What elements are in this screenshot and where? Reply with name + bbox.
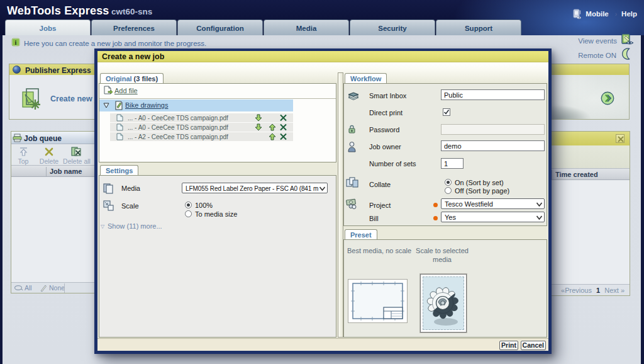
preset-scale-thumbnail[interactable] — [420, 274, 467, 333]
original-section-tab: Original (3 files) — [100, 73, 164, 84]
password-label: Password — [369, 126, 399, 134]
add-file-link[interactable]: Add file — [114, 87, 138, 94]
bill-select-value: Yes — [445, 213, 536, 221]
file-name: ... - A0 - CeeCee TDS campaign.pdf — [128, 115, 228, 122]
tab-configuration[interactable]: Configuration — [177, 20, 263, 35]
file-group-link[interactable]: Bike drawings — [125, 101, 168, 109]
expand-more-icon: ▽ — [101, 224, 104, 229]
show-more-link[interactable]: ▽ Show (11) more... — [108, 222, 162, 230]
show-more-label: Show (11) more... — [108, 222, 162, 230]
help-link[interactable]: Help — [621, 10, 637, 18]
select-none-icon[interactable] — [39, 284, 48, 292]
file-row[interactable]: ... - A2 - CeeCee TDS campaign.pdf — [110, 132, 293, 141]
tab-media[interactable]: Media — [264, 20, 349, 35]
collate-on-label: On (Sort by set) — [455, 179, 504, 186]
view-events-link[interactable]: View events — [578, 37, 617, 45]
tab-preferences[interactable]: Preferences — [91, 20, 177, 35]
select-all-link[interactable]: All — [25, 284, 32, 292]
preset-best-media-thumbnail[interactable] — [348, 279, 408, 323]
move-down-icon[interactable] — [255, 114, 262, 122]
project-select-value: Tesco Westfield — [445, 200, 536, 208]
collate-off-radio[interactable] — [445, 187, 452, 194]
print-button[interactable]: Print — [499, 341, 518, 350]
info-text: Here you can create a new job and monito… — [24, 40, 206, 47]
remove-file-icon[interactable] — [279, 133, 287, 140]
chevron-down-icon — [536, 215, 542, 220]
mobile-link[interactable]: Mobile — [586, 10, 608, 18]
document-icon — [116, 133, 123, 140]
workflow-tab-label: Workflow — [350, 75, 381, 82]
app-window: WebTools Express cwt60-sns Mobile › Help… — [0, 0, 644, 364]
view-events-icon[interactable] — [620, 33, 635, 47]
remote-on-link[interactable]: Remote ON — [578, 52, 616, 59]
job-owner-input[interactable] — [441, 140, 545, 151]
file-row[interactable]: ... - A0 - CeeCee TDS campaign.pdf — [110, 113, 293, 122]
tab-jobs[interactable]: Jobs — [5, 20, 91, 35]
cancel-button[interactable]: Cancel — [521, 341, 546, 350]
smart-inbox-label: Smart Inbox — [369, 92, 406, 100]
brand-title: WebTools Express — [7, 4, 109, 18]
smart-inbox-input[interactable] — [441, 89, 545, 100]
file-stack-icon — [114, 101, 123, 110]
preset-tab-label: Preset — [350, 231, 372, 239]
tab-security[interactable]: Security — [350, 20, 435, 35]
delete-all-button[interactable]: Delete all — [57, 147, 97, 165]
top-icon — [13, 147, 34, 157]
create-job-dialog: Create a new job Original (3 files) Add … — [94, 48, 552, 354]
separator — [99, 98, 336, 99]
smart-inbox-icon — [347, 90, 360, 101]
project-select[interactable]: Tesco Westfield — [441, 198, 545, 209]
publisher-panel-title: Publisher Express — [25, 66, 91, 75]
remove-file-icon[interactable] — [279, 123, 287, 131]
direct-print-label: Direct print — [369, 109, 402, 117]
dialog-titlebar: Create a new job — [97, 51, 548, 62]
remove-file-icon[interactable] — [279, 114, 287, 122]
original-section: Add file Bike drawings — [99, 83, 336, 162]
info-icon: i — [11, 38, 21, 48]
collate-off-label: Off (Sort by page) — [455, 187, 509, 195]
scale-icon — [103, 200, 114, 212]
header-right: Mobile › Help — [572, 8, 637, 20]
delete-all-icon — [57, 147, 97, 157]
collate-label: Collate — [369, 181, 391, 188]
scrollbar[interactable] — [338, 72, 343, 338]
media-icon — [103, 183, 114, 195]
file-row[interactable]: ... - A0 - CeeCee TDS campaign.pdf — [110, 123, 293, 132]
column-job-name[interactable]: Job name — [50, 168, 82, 175]
document-icon — [116, 123, 123, 131]
pagination-previous[interactable]: «Previous — [561, 287, 592, 294]
select-none-link[interactable]: None — [49, 284, 65, 292]
pagination-next[interactable]: Next » — [604, 287, 625, 294]
remote-on-icon[interactable] — [621, 48, 632, 60]
collate-icon — [345, 176, 359, 189]
move-up-icon[interactable] — [269, 133, 276, 140]
media-label: Media — [121, 185, 140, 192]
tree-expand-icon[interactable] — [103, 103, 109, 108]
collate-on-radio[interactable] — [445, 179, 452, 186]
top-button[interactable]: Top — [13, 147, 34, 165]
preset-scale-thumbnail-inner — [423, 276, 464, 330]
direct-print-checkbox[interactable] — [443, 108, 450, 116]
column-time-created[interactable]: Time created — [555, 171, 598, 178]
close-icon[interactable] — [616, 134, 625, 143]
preset-option2-label: Scale to selected media — [414, 247, 470, 264]
scale-100-radio[interactable] — [185, 202, 192, 208]
workflow-section-tab: Workflow — [345, 73, 387, 84]
bill-select[interactable]: Yes — [441, 212, 545, 222]
tab-support[interactable]: Support — [436, 20, 521, 35]
add-file-icon[interactable] — [103, 86, 113, 95]
file-group-row[interactable]: Bike drawings — [99, 100, 293, 111]
preset-option2-line2: media — [433, 256, 452, 263]
number-of-sets-input[interactable] — [441, 158, 464, 169]
create-new-job-icon[interactable] — [19, 86, 43, 110]
move-up-icon[interactable] — [269, 123, 276, 131]
select-all-icon[interactable] — [14, 284, 23, 292]
scale-fit-radio[interactable] — [185, 210, 192, 217]
svg-text:i: i — [15, 39, 17, 46]
move-down-icon[interactable] — [255, 123, 262, 131]
pagination-current-page: 1 — [594, 287, 602, 294]
media-select[interactable]: LFM055 Red Label Zero Paper - FSC A0 (84… — [182, 183, 328, 193]
header-separator-icon: › — [609, 11, 621, 18]
scale-fit-label: To media size — [195, 210, 237, 218]
forward-icon[interactable] — [601, 91, 614, 105]
